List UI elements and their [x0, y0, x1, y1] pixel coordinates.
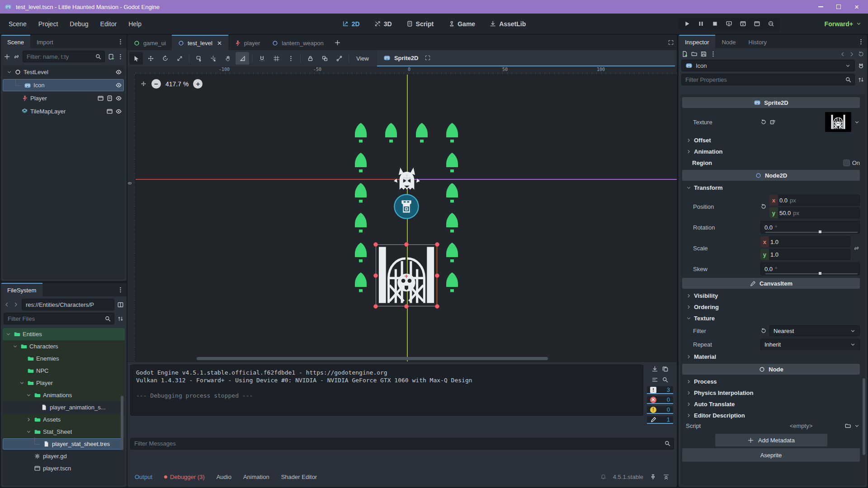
tab-scene[interactable]: Scene: [1, 35, 30, 48]
message-count-warn-circle[interactable]: !0: [647, 406, 673, 414]
load-resource-icon[interactable]: [691, 51, 698, 57]
filesystem-row-player-tscn[interactable]: player.tscn: [3, 462, 125, 474]
property-group-physics-interpolation[interactable]: Physics Interpolation: [682, 387, 860, 399]
workspace-tab-assetlib[interactable]: AssetLib: [486, 19, 529, 29]
tab-node[interactable]: Node: [715, 35, 742, 48]
filesystem-row-characters[interactable]: Characters: [3, 340, 125, 352]
instance-scene-icon[interactable]: [13, 53, 20, 60]
distraction-free-icon[interactable]: [668, 39, 674, 46]
filesystem-scrollbar[interactable]: [121, 396, 123, 450]
position-y-field[interactable]: 50.0px: [775, 207, 860, 218]
chev-down-icon[interactable]: [5, 331, 11, 337]
scene-tab-test-level[interactable]: test_level: [172, 35, 228, 50]
open-scene-icon[interactable]: [97, 95, 104, 102]
tab-filesystem[interactable]: FileSystem: [1, 283, 42, 296]
menu-project[interactable]: Project: [33, 18, 64, 30]
selection-handle[interactable]: [435, 304, 439, 309]
grid-snap-button[interactable]: [269, 52, 283, 65]
2d-editor-canvas[interactable]: +−417.7 %+: [136, 75, 677, 361]
position-select-tool-button[interactable]: [207, 52, 220, 65]
play-button[interactable]: [682, 19, 693, 29]
scene-tree-row-player[interactable]: Player: [3, 92, 125, 105]
expand-bottom-panel-icon[interactable]: [663, 474, 670, 480]
scene-tree-menu-icon[interactable]: [117, 53, 124, 60]
filesystem-filter-input[interactable]: [4, 313, 114, 324]
history-forward-icon[interactable]: [849, 51, 855, 57]
region-checkbox[interactable]: [843, 160, 850, 166]
selection-handle[interactable]: [373, 242, 378, 247]
link-scale-icon[interactable]: [853, 245, 860, 252]
selection-handle[interactable]: [435, 273, 439, 278]
revert-icon[interactable]: [760, 203, 767, 210]
filesystem-row-enemies[interactable]: Enemies: [3, 352, 125, 365]
menu-debug[interactable]: Debug: [64, 18, 94, 30]
texture-edit-icon[interactable]: [769, 119, 776, 126]
snap-options-button[interactable]: [284, 52, 297, 65]
save-log-icon[interactable]: [651, 366, 658, 372]
filesystem-row-npc[interactable]: NPC: [3, 365, 125, 377]
selection-handle[interactable]: [373, 304, 378, 309]
bottom-tab-audio[interactable]: Audio: [217, 474, 231, 480]
aseprite-button[interactable]: Aseprite: [682, 448, 860, 462]
expand-context-icon[interactable]: [425, 55, 431, 61]
chev-down-icon[interactable]: [12, 343, 18, 349]
pin-bottom-panel-icon[interactable]: [650, 474, 656, 480]
history-back-icon[interactable]: [840, 51, 846, 57]
property-group-auto-translate[interactable]: Auto Translate: [682, 399, 860, 410]
pan-tool-button[interactable]: [221, 52, 235, 65]
scene-tree-row-icon[interactable]: Icon: [3, 79, 125, 92]
property-group-ordering[interactable]: Ordering: [682, 301, 860, 313]
selection-handle[interactable]: [404, 304, 409, 309]
add-node-icon[interactable]: [4, 53, 10, 60]
property-group-visibility[interactable]: Visibility: [682, 290, 860, 301]
nav-forward-icon[interactable]: [13, 301, 19, 308]
dock-menu-icon[interactable]: [117, 38, 124, 45]
minimize-button[interactable]: [817, 4, 824, 10]
repeat-dropdown[interactable]: Inherit: [760, 339, 860, 350]
property-group-animation[interactable]: Animation: [682, 146, 860, 157]
scene-filter-input[interactable]: [23, 51, 105, 62]
load-script-icon[interactable]: [844, 422, 851, 429]
revert-icon[interactable]: [760, 119, 767, 125]
close-tab-icon[interactable]: [217, 40, 222, 46]
object-history-icon[interactable]: [858, 51, 864, 57]
scene-tree-row-tilemaplayer[interactable]: TileMapLayer: [3, 105, 125, 118]
view-menu-button[interactable]: View: [352, 53, 373, 64]
filesystem-row-stat-sheet[interactable]: Stat_Sheet: [3, 426, 125, 438]
center-view-icon[interactable]: [140, 80, 147, 87]
open-docs-icon[interactable]: [858, 62, 864, 69]
slider-handle[interactable]: [819, 230, 821, 233]
attach-script-icon[interactable]: [108, 53, 114, 60]
dock-menu-icon[interactable]: [858, 38, 864, 45]
ruler-tool-button[interactable]: [236, 52, 249, 65]
filesystem-row-assets[interactable]: Assets: [3, 413, 125, 426]
scale-x-field[interactable]: 1.0: [766, 236, 850, 247]
scale-y-field[interactable]: 1.0: [766, 249, 850, 260]
split-view-icon[interactable]: [117, 301, 124, 308]
add-metadata-button[interactable]: Add Metadata: [715, 434, 827, 446]
menu-editor[interactable]: Editor: [94, 18, 123, 30]
chev-down-icon[interactable]: [854, 119, 860, 125]
resource-menu-icon[interactable]: [710, 51, 717, 57]
notification-bell-icon[interactable]: [600, 474, 607, 480]
visibility-toggle-icon[interactable]: [115, 108, 122, 115]
save-resource-icon[interactable]: [700, 51, 707, 57]
position-x-field[interactable]: 0.0px: [775, 195, 860, 206]
chev-down-icon[interactable]: [26, 429, 32, 435]
filesystem-row-player-stat-sheet-tres[interactable]: player_stat_sheet.tres: [3, 438, 125, 450]
menu-help[interactable]: Help: [123, 18, 147, 30]
play-scene-button[interactable]: [724, 19, 735, 29]
renderer-select[interactable]: Forward+: [825, 20, 862, 28]
visibility-toggle-icon[interactable]: [115, 82, 122, 89]
selection-handle[interactable]: [404, 242, 409, 247]
property-sort-icon[interactable]: [858, 76, 864, 83]
search-log-icon[interactable]: [662, 376, 669, 383]
zoom-in-button[interactable]: +: [193, 79, 203, 89]
bottom-tab-debugger-3[interactable]: Debugger (3): [164, 474, 205, 480]
dock-menu-icon[interactable]: [117, 286, 124, 293]
sprite2d-context-tab[interactable]: Sprite2D: [377, 50, 675, 66]
tab-import[interactable]: Import: [30, 35, 60, 48]
property-group-material[interactable]: Material: [682, 351, 860, 362]
workspace-tab-2d[interactable]: 2D: [339, 19, 363, 29]
movie-maker-button[interactable]: [766, 19, 777, 29]
